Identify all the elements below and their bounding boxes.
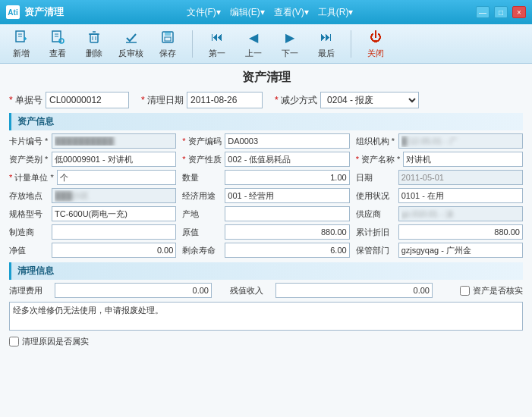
menu-tools[interactable]: 工具(R)▾ (318, 6, 354, 19)
prev-label: 上一 (245, 48, 262, 59)
last-label: 最后 (318, 48, 335, 59)
next-label: 下一 (282, 48, 298, 59)
unit-label: 计量单位 * (9, 172, 54, 183)
save-button[interactable]: 保存 (156, 28, 180, 59)
unit-input[interactable] (57, 170, 177, 185)
window-title: 资产清理 (24, 5, 64, 19)
menu-view[interactable]: 查看(V)▾ (274, 6, 309, 19)
asset-type-input[interactable] (52, 152, 176, 167)
close-icon: ⏻ (367, 28, 385, 46)
prev-icon: ◀ (244, 28, 263, 46)
is-verified-label[interactable]: 资产是否核实 (460, 285, 523, 296)
storage-label: 存放地点 (9, 190, 49, 202)
asset-section-header: 资产信息 (9, 113, 523, 130)
svg-rect-9 (90, 34, 98, 42)
first-button[interactable]: ⏮ 第一 (205, 28, 229, 59)
org-input[interactable] (398, 133, 523, 149)
clean-date-input[interactable] (187, 92, 263, 108)
asset-nature-input[interactable] (225, 152, 349, 167)
accu-depreciation-input[interactable] (398, 224, 523, 240)
manufacturer-cell: 制造商 (9, 224, 176, 240)
spec-model-input[interactable] (52, 206, 176, 221)
use-status-input[interactable] (398, 188, 523, 203)
manufacturer-label: 制造商 (9, 227, 49, 238)
maximize-button[interactable]: □ (494, 6, 508, 18)
anti-audit-label: 反审核 (118, 48, 143, 59)
asset-code-input[interactable] (225, 133, 349, 149)
cleanup-row1: 清理费用 残值收入 资产是否核实 (9, 283, 523, 298)
new-label: 新增 (13, 48, 30, 59)
supplier-input[interactable] (398, 206, 523, 221)
app-icon: Ati (6, 5, 20, 19)
delete-button[interactable]: 删除 (82, 28, 106, 59)
supplier-cell: 供应商 (356, 206, 523, 221)
cleanup-fee-label: 清理费用 (9, 285, 49, 296)
is-verified-text: 资产是否核实 (473, 285, 523, 296)
clean-date-item: 清理日期 (141, 92, 263, 108)
org-label: 组织机构 * (356, 136, 395, 147)
anti-audit-button[interactable]: 反审核 (118, 28, 143, 59)
economic-use-cell: 经济用途 (182, 188, 349, 203)
residual-income-input[interactable] (275, 283, 433, 298)
asset-grid-row4: 存放地点 经济用途 使用状况 (9, 188, 523, 203)
is-reason-verified-checkbox[interactable] (9, 337, 19, 346)
window-controls[interactable]: — □ × (476, 6, 526, 18)
menu-file[interactable]: 文件(F)▾ (187, 6, 221, 19)
asset-name-input[interactable] (403, 152, 523, 167)
storage-input[interactable] (52, 188, 176, 203)
manufacturer-input[interactable] (52, 224, 176, 240)
close-window-button[interactable]: × (512, 6, 526, 18)
cleanup-reason-row: 清理原因是否属实 (9, 336, 523, 347)
save-label: 保存 (159, 48, 176, 59)
decrease-method-select[interactable]: 0204 - 报废 (320, 92, 419, 108)
origin-input[interactable] (225, 206, 349, 221)
accu-depreciation-label: 累计折旧 (356, 227, 395, 238)
is-reason-verified-label[interactable]: 清理原因是否属实 (9, 336, 89, 347)
asset-grid-row3: 计量单位 * 数量 日期 (9, 170, 523, 185)
order-no-label: 单据号 (9, 94, 42, 107)
economic-use-input[interactable] (225, 188, 349, 203)
prev-button[interactable]: ◀ 上一 (241, 28, 266, 59)
minimize-button[interactable]: — (476, 6, 490, 18)
origin-label: 产地 (182, 208, 222, 220)
clean-date-label: 清理日期 (141, 94, 184, 107)
date-input[interactable] (398, 170, 523, 185)
next-button[interactable]: ▶ 下一 (278, 28, 302, 59)
close-button[interactable]: ⏻ 关闭 (364, 28, 388, 59)
view-button[interactable]: 查看 (46, 28, 70, 59)
net-value-input[interactable] (52, 243, 176, 258)
quantity-input[interactable] (225, 170, 349, 185)
asset-code-label: 资产编码 (182, 136, 222, 147)
menu-bar[interactable]: 文件(F)▾ 编辑(E)▾ 查看(V)▾ 工具(R)▾ (187, 6, 354, 19)
spec-model-label: 规格型号 (9, 208, 49, 220)
last-button[interactable]: ⏭ 最后 (314, 28, 338, 59)
is-verified-checkbox[interactable] (460, 286, 470, 296)
top-form-row: 单据号 清理日期 减少方式 0204 - 报废 (9, 92, 523, 108)
economic-use-label: 经济用途 (182, 190, 222, 202)
order-no-input[interactable] (46, 92, 129, 108)
asset-type-cell: 资产类别 * (9, 152, 176, 167)
net-value-cell: 净值 (9, 243, 176, 258)
page-title: 资产清理 (9, 70, 523, 86)
quantity-cell: 数量 (182, 170, 349, 185)
asset-grid-row5: 规格型号 产地 供应商 (9, 206, 523, 221)
spec-model-cell: 规格型号 (9, 206, 176, 221)
menu-edit[interactable]: 编辑(E)▾ (230, 6, 265, 19)
cleanup-reason-textarea[interactable]: 经多次维修仍无法使用，申请报废处理。 (9, 302, 523, 331)
custodian-dept-input[interactable] (398, 243, 523, 258)
date-cell: 日期 (356, 170, 523, 185)
order-no-item: 单据号 (9, 92, 129, 108)
date-label: 日期 (356, 172, 395, 183)
new-button[interactable]: 新增 (9, 28, 33, 59)
cleanup-fee-input[interactable] (55, 283, 212, 298)
close-label: 关闭 (367, 48, 384, 59)
asset-grid-row1: 卡片编号 * 资产编码 组织机构 * (9, 133, 523, 149)
remaining-life-input[interactable] (225, 243, 349, 258)
new-icon (12, 28, 30, 46)
remaining-life-cell: 剩余寿命 (182, 243, 349, 258)
original-value-input[interactable] (225, 224, 349, 240)
use-status-label: 使用状况 (356, 190, 395, 202)
card-no-input[interactable] (52, 133, 176, 149)
toolbar: 新增 查看 删除 反审核 保存 ⏮ 第一 ◀ 上一 ▶ 下一 ⏭ (0, 24, 532, 64)
original-value-label: 原值 (182, 227, 222, 238)
